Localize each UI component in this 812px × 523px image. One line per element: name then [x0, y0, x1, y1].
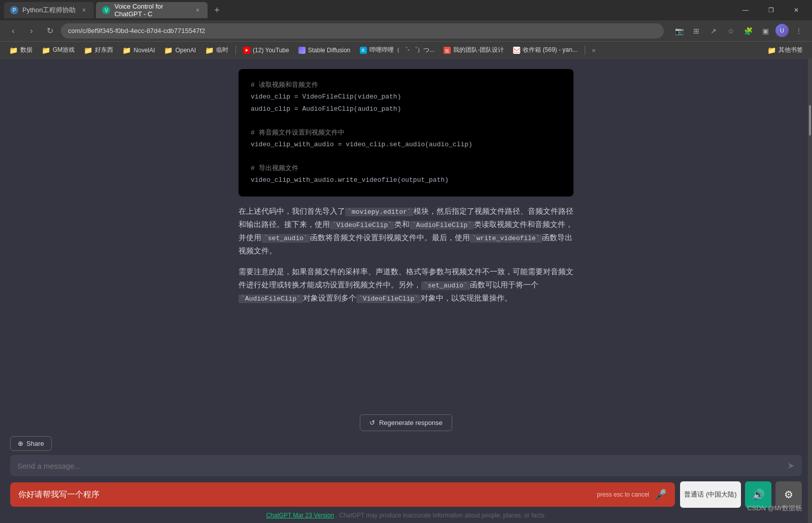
bookmark-youtube[interactable]: (12) YouTube [239, 45, 293, 55]
folder-icon: 📁 [42, 46, 50, 54]
code-line-1: # 读取视频和音频文件 [251, 79, 561, 91]
bookmark-other[interactable]: 📁 其他书签 [763, 44, 807, 56]
bookmarks-bar: 📁 数据 📁 GM游戏 📁 好东西 📁 NovelAI 📁 OpenAI 📁 临… [0, 42, 812, 59]
bookmark-data-label: 数据 [20, 46, 32, 54]
stable-diffusion-icon [298, 47, 306, 54]
myteam-icon: 图 [444, 47, 451, 54]
bookmark-bilibili-label: 哔哩哔哩（ ゜- ゜）つ... [369, 46, 435, 54]
sidebar-icon[interactable]: ▣ [758, 24, 772, 38]
tab-voice-close[interactable]: × [193, 6, 201, 14]
code-line-4 [251, 115, 561, 126]
bilibili-icon: B [360, 47, 367, 54]
bookmark-other-label: 其他书签 [779, 46, 803, 54]
translate-icon[interactable]: ⊞ [689, 24, 703, 38]
bookmark-myteam[interactable]: 图 我的团队-团队设计 [439, 44, 508, 56]
python-favicon: P [10, 6, 18, 14]
url-text: com/c/8ef9f345-f0bd-4ecc-87d4-cdb7715547… [68, 27, 205, 35]
regenerate-label: Regenerate response [379, 419, 443, 427]
mic-icon: 🎤 [654, 488, 667, 501]
footer-text: . ChatGPT may produce inaccurate informa… [336, 512, 546, 519]
bookmark-data[interactable]: 📁 数据 [5, 44, 37, 56]
regenerate-icon: ↺ [369, 419, 375, 427]
folder-icon: 📁 [84, 46, 92, 54]
scrollbar[interactable] [808, 59, 812, 523]
bookmark-gmail[interactable]: 收件箱 (569) - yan... [509, 44, 581, 56]
footer-link[interactable]: ChatGPT Mar 23 Version [266, 512, 334, 519]
browser-chrome: P Python工程师协助 × V Voice Control for Chat… [0, 0, 812, 59]
main-content: # 读取视频和音频文件 video_clip = VideoFileClip(v… [0, 59, 812, 523]
tab-voice-title: Voice Control for ChatGPT - C [114, 3, 189, 18]
code-line-7 [251, 150, 561, 162]
bottom-area: ↺ Regenerate response ⊕ Share ➤ 你好请帮我写一个… [0, 409, 812, 523]
bookmark-myteam-label: 我的团队-团队设计 [453, 46, 504, 54]
bookmark-bilibili[interactable]: B 哔哩哔哩（ ゜- ゜）つ... [356, 44, 439, 56]
extensions-icon[interactable]: 🧩 [741, 24, 755, 38]
bookmark-goodstuff[interactable]: 📁 好东西 [80, 44, 117, 56]
bookmark-stable-label: Stable Diffusion [308, 47, 351, 54]
bookmark-gmail-label: 收件箱 (569) - yan... [523, 46, 577, 54]
folder-icon: 📁 [205, 46, 214, 54]
regenerate-button[interactable]: ↺ Regenerate response [360, 414, 452, 431]
gmail-icon [513, 47, 520, 54]
tab-voice[interactable]: V Voice Control for ChatGPT - C × [96, 2, 208, 18]
share-btn-wrap: ⊕ Share [10, 436, 802, 451]
bookmark-temp[interactable]: 📁 临时 [201, 44, 232, 56]
back-button[interactable]: ‹ [6, 24, 20, 38]
scrollbar-thumb [809, 105, 811, 136]
forward-button[interactable]: › [24, 24, 39, 38]
messages-area[interactable]: # 读取视频和音频文件 video_clip = VideoFileClip(v… [0, 59, 812, 409]
address-bar: ‹ › ↻ com/c/8ef9f345-f0bd-4ecc-87d4-cdb7… [0, 20, 812, 42]
menu-icon[interactable]: ⋮ [792, 24, 806, 38]
csdn-watermark: CSDN @Mr数据杨 [747, 504, 802, 513]
tab-python-close[interactable]: × [80, 6, 88, 14]
minimize-button[interactable]: — [734, 2, 757, 18]
settings-icon: ⚙ [784, 488, 793, 501]
toolbar-icons: 📷 ⊞ ↗ ☆ 🧩 ▣ U ⋮ [672, 24, 806, 38]
close-button[interactable]: ✕ [785, 2, 808, 18]
code-line-5: # 将音频文件设置到视频文件中 [251, 127, 561, 139]
reload-button[interactable]: ↻ [43, 24, 57, 38]
more-bookmarks[interactable]: » [588, 45, 600, 55]
bookmark-openai-label: OpenAI [175, 47, 196, 54]
voice-bar: 你好请帮我写一个程序 press esc to cancel 🎤 普通话 (中国… [10, 481, 802, 508]
folder-icon: 📁 [122, 46, 131, 54]
bookmark-gm[interactable]: 📁 GM游戏 [38, 44, 79, 56]
bookmark-novelai-label: NovelAI [133, 47, 155, 54]
voice-input-box: 你好请帮我写一个程序 press esc to cancel 🎤 [10, 482, 675, 507]
volume-icon: 🔊 [752, 488, 765, 501]
code-block: # 读取视频和音频文件 video_clip = VideoFileClip(v… [239, 69, 573, 197]
new-tab-button[interactable]: + [210, 3, 224, 17]
language-button[interactable]: 普通话 (中国大陆) [680, 481, 741, 508]
code-line-3: audio_clip = AudioFileClip(audio_path) [251, 103, 561, 115]
bookmark-stable-diffusion[interactable]: Stable Diffusion [294, 45, 355, 55]
message-input[interactable] [17, 462, 787, 470]
tab-python-title: Python工程师协助 [22, 6, 76, 15]
restore-button[interactable]: ❐ [759, 2, 783, 18]
bookmark-goodstuff-label: 好东西 [95, 46, 113, 54]
share-label: Share [26, 440, 44, 447]
tab-bar: P Python工程师协助 × V Voice Control for Chat… [0, 0, 812, 20]
tab-python[interactable]: P Python工程师协助 × [4, 2, 94, 18]
code-line-8: # 导出视频文件 [251, 162, 561, 174]
divider2 [585, 46, 585, 55]
bookmark-openai[interactable]: 📁 OpenAI [160, 45, 200, 56]
regenerate-btn-wrap: ↺ Regenerate response [10, 414, 802, 431]
profile-avatar[interactable]: U [775, 24, 789, 37]
chat-area: # 读取视频和音频文件 video_clip = VideoFileClip(v… [0, 59, 812, 523]
share-button[interactable]: ⊕ Share [10, 436, 52, 451]
bookmark-gm-label: GM游戏 [53, 46, 75, 54]
screen-share-icon[interactable]: 📷 [672, 24, 686, 38]
divider [235, 46, 236, 55]
voice-text: 你好请帮我写一个程序 [18, 489, 597, 500]
bookmark-novelai[interactable]: 📁 NovelAI [118, 45, 159, 56]
code-block-wrapper: # 读取视频和音频文件 video_clip = VideoFileClip(v… [228, 69, 584, 197]
svg-marker-0 [246, 49, 248, 52]
star-icon[interactable]: ☆ [724, 24, 738, 38]
folder-icon: 📁 [767, 46, 776, 54]
share-page-icon[interactable]: ↗ [706, 24, 721, 38]
voice-favicon: V [102, 6, 110, 14]
svg-text:图: 图 [445, 49, 449, 53]
url-input[interactable]: com/c/8ef9f345-f0bd-4ecc-87d4-cdb7715547… [61, 23, 664, 39]
send-button[interactable]: ➤ [787, 460, 795, 471]
folder-icon: 📁 [164, 46, 173, 54]
